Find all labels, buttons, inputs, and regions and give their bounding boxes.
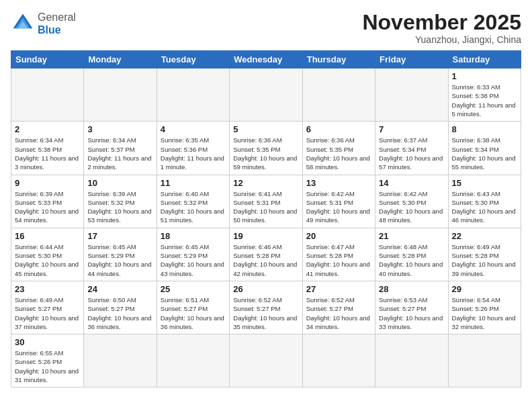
day-number: 14: [379, 178, 444, 188]
calendar-day-25: 25Sunrise: 6:51 AMSunset: 5:27 PMDayligh…: [157, 281, 229, 334]
calendar-day-16: 16Sunrise: 6:44 AMSunset: 5:30 PMDayligh…: [11, 228, 84, 281]
calendar-day-3: 3Sunrise: 6:34 AMSunset: 5:37 PMDaylight…: [84, 122, 157, 175]
day-info: Sunrise: 6:47 AMSunset: 5:28 PMDaylight:…: [306, 242, 371, 278]
calendar-day-2: 2Sunrise: 6:34 AMSunset: 5:38 PMDaylight…: [11, 122, 84, 175]
calendar-day-27: 27Sunrise: 6:52 AMSunset: 5:27 PMDayligh…: [302, 281, 375, 334]
calendar-day-15: 15Sunrise: 6:43 AMSunset: 5:30 PMDayligh…: [448, 175, 521, 228]
header-wednesday: Wednesday: [230, 51, 302, 68]
calendar-day-13: 13Sunrise: 6:42 AMSunset: 5:31 PMDayligh…: [302, 175, 375, 228]
day-number: 18: [161, 231, 226, 241]
day-number: 7: [379, 124, 444, 134]
day-number: 2: [15, 124, 80, 134]
title-block: November 2025 Yuanzhou, Jiangxi, China: [362, 11, 521, 45]
calendar-row: 30Sunrise: 6:55 AMSunset: 5:26 PMDayligh…: [11, 334, 521, 387]
calendar-day-6: 6Sunrise: 6:36 AMSunset: 5:35 PMDaylight…: [302, 122, 375, 175]
day-info: Sunrise: 6:42 AMSunset: 5:31 PMDaylight:…: [306, 189, 371, 225]
calendar-day-12: 12Sunrise: 6:41 AMSunset: 5:31 PMDayligh…: [230, 175, 302, 228]
day-number: 6: [306, 124, 371, 134]
calendar-day-20: 20Sunrise: 6:47 AMSunset: 5:28 PMDayligh…: [302, 228, 375, 281]
calendar-day-21: 21Sunrise: 6:48 AMSunset: 5:28 PMDayligh…: [375, 228, 448, 281]
day-info: Sunrise: 6:34 AMSunset: 5:37 PMDaylight:…: [87, 136, 152, 171]
calendar-table: Sunday Monday Tuesday Wednesday Thursday…: [11, 50, 521, 387]
calendar-day-10: 10Sunrise: 6:39 AMSunset: 5:32 PMDayligh…: [84, 175, 157, 228]
empty-cell: [11, 68, 84, 122]
day-info: Sunrise: 6:39 AMSunset: 5:32 PMDaylight:…: [87, 189, 152, 225]
day-number: 26: [233, 284, 298, 294]
day-number: 25: [161, 284, 226, 294]
day-number: 5: [233, 124, 298, 134]
logo-icon: [11, 11, 35, 36]
empty-cell: [448, 334, 521, 387]
day-number: 13: [306, 178, 371, 188]
day-info: Sunrise: 6:41 AMSunset: 5:31 PMDaylight:…: [233, 189, 298, 225]
calendar-day-5: 5Sunrise: 6:36 AMSunset: 5:35 PMDaylight…: [230, 122, 302, 175]
day-number: 28: [379, 284, 444, 294]
day-number: 8: [452, 124, 517, 134]
calendar-day-8: 8Sunrise: 6:38 AMSunset: 5:34 PMDaylight…: [448, 122, 521, 175]
calendar-day-17: 17Sunrise: 6:45 AMSunset: 5:29 PMDayligh…: [84, 228, 157, 281]
day-info: Sunrise: 6:52 AMSunset: 5:27 PMDaylight:…: [233, 295, 298, 331]
day-number: 11: [161, 178, 226, 188]
header-sunday: Sunday: [11, 51, 84, 68]
day-number: 15: [452, 178, 517, 188]
logo: General Blue: [11, 11, 76, 36]
calendar-row: 2Sunrise: 6:34 AMSunset: 5:38 PMDaylight…: [11, 122, 521, 175]
header-saturday: Saturday: [448, 51, 521, 68]
empty-cell: [302, 68, 375, 122]
day-info: Sunrise: 6:37 AMSunset: 5:34 PMDaylight:…: [379, 136, 444, 171]
calendar-day-23: 23Sunrise: 6:49 AMSunset: 5:27 PMDayligh…: [11, 281, 84, 334]
empty-cell: [84, 68, 157, 122]
calendar-day-29: 29Sunrise: 6:54 AMSunset: 5:26 PMDayligh…: [448, 281, 521, 334]
day-info: Sunrise: 6:46 AMSunset: 5:28 PMDaylight:…: [233, 242, 298, 278]
day-info: Sunrise: 6:49 AMSunset: 5:28 PMDaylight:…: [452, 242, 517, 278]
empty-cell: [230, 68, 302, 122]
day-info: Sunrise: 6:40 AMSunset: 5:32 PMDaylight:…: [161, 189, 226, 225]
day-info: Sunrise: 6:34 AMSunset: 5:38 PMDaylight:…: [15, 136, 80, 171]
day-info: Sunrise: 6:53 AMSunset: 5:27 PMDaylight:…: [379, 295, 444, 331]
header-thursday: Thursday: [302, 51, 375, 68]
calendar-row: 23Sunrise: 6:49 AMSunset: 5:27 PMDayligh…: [11, 281, 521, 334]
month-title: November 2025: [362, 11, 521, 34]
empty-cell: [157, 334, 229, 387]
day-number: 30: [15, 337, 80, 347]
day-info: Sunrise: 6:43 AMSunset: 5:30 PMDaylight:…: [452, 189, 517, 225]
calendar-day-18: 18Sunrise: 6:45 AMSunset: 5:29 PMDayligh…: [157, 228, 229, 281]
weekday-header-row: Sunday Monday Tuesday Wednesday Thursday…: [11, 51, 521, 68]
day-info: Sunrise: 6:36 AMSunset: 5:35 PMDaylight:…: [233, 136, 298, 171]
calendar-row: 9Sunrise: 6:39 AMSunset: 5:33 PMDaylight…: [11, 175, 521, 228]
calendar-day-19: 19Sunrise: 6:46 AMSunset: 5:28 PMDayligh…: [230, 228, 302, 281]
logo-general-text: General: [38, 11, 76, 23]
day-number: 23: [15, 284, 80, 294]
empty-cell: [375, 68, 448, 122]
calendar-day-1: 1Sunrise: 6:33 AMSunset: 5:38 PMDaylight…: [448, 68, 521, 122]
calendar-day-22: 22Sunrise: 6:49 AMSunset: 5:28 PMDayligh…: [448, 228, 521, 281]
day-info: Sunrise: 6:52 AMSunset: 5:27 PMDaylight:…: [306, 295, 371, 331]
calendar-row: 16Sunrise: 6:44 AMSunset: 5:30 PMDayligh…: [11, 228, 521, 281]
location: Yuanzhou, Jiangxi, China: [362, 34, 521, 45]
empty-cell: [375, 334, 448, 387]
empty-cell: [157, 68, 229, 122]
empty-cell: [230, 334, 302, 387]
header-friday: Friday: [375, 51, 448, 68]
day-info: Sunrise: 6:39 AMSunset: 5:33 PMDaylight:…: [15, 189, 80, 225]
calendar-day-28: 28Sunrise: 6:53 AMSunset: 5:27 PMDayligh…: [375, 281, 448, 334]
day-info: Sunrise: 6:36 AMSunset: 5:35 PMDaylight:…: [306, 136, 371, 171]
day-info: Sunrise: 6:42 AMSunset: 5:30 PMDaylight:…: [379, 189, 444, 225]
day-info: Sunrise: 6:51 AMSunset: 5:27 PMDaylight:…: [161, 295, 226, 331]
day-number: 16: [15, 231, 80, 241]
day-number: 24: [87, 284, 152, 294]
day-info: Sunrise: 6:44 AMSunset: 5:30 PMDaylight:…: [15, 242, 80, 278]
header-tuesday: Tuesday: [157, 51, 229, 68]
day-number: 21: [379, 231, 444, 241]
calendar-day-26: 26Sunrise: 6:52 AMSunset: 5:27 PMDayligh…: [230, 281, 302, 334]
day-number: 12: [233, 178, 298, 188]
day-number: 1: [452, 71, 517, 81]
day-info: Sunrise: 6:48 AMSunset: 5:28 PMDaylight:…: [379, 242, 444, 278]
day-info: Sunrise: 6:33 AMSunset: 5:38 PMDaylight:…: [452, 83, 517, 118]
calendar-day-14: 14Sunrise: 6:42 AMSunset: 5:30 PMDayligh…: [375, 175, 448, 228]
day-info: Sunrise: 6:35 AMSunset: 5:36 PMDaylight:…: [161, 136, 226, 171]
day-number: 20: [306, 231, 371, 241]
empty-cell: [302, 334, 375, 387]
day-number: 19: [233, 231, 298, 241]
empty-cell: [84, 334, 157, 387]
